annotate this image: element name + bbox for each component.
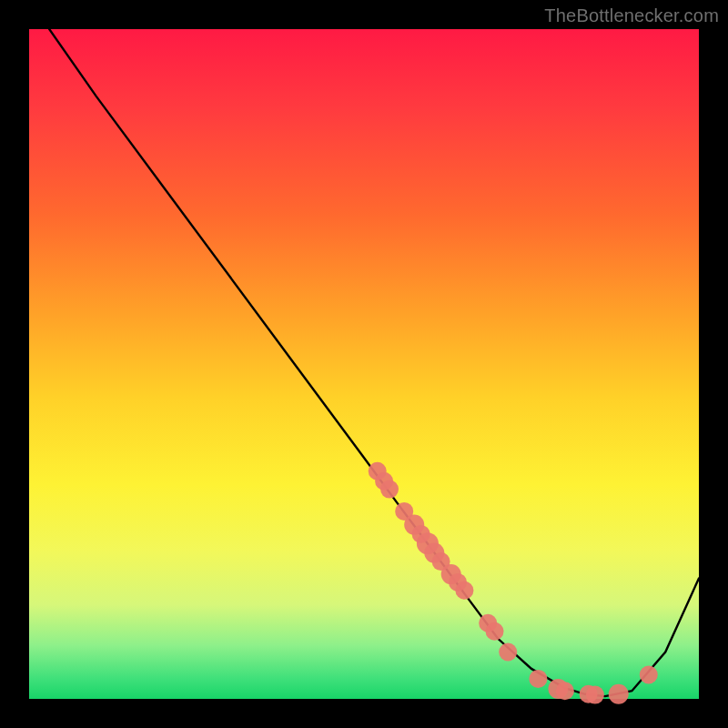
data-point: [640, 666, 658, 684]
watermark-label: TheBottlenecker.com: [544, 5, 719, 26]
data-point: [529, 670, 547, 688]
data-point: [556, 682, 574, 700]
data-point: [455, 581, 473, 600]
bottleneck-curve: [29, 0, 699, 696]
data-point: [380, 480, 399, 499]
chart-svg: [29, 29, 699, 699]
data-point: [609, 684, 629, 704]
chart-frame: TheBottlenecker.com: [0, 0, 728, 728]
data-point: [586, 686, 604, 704]
plot-area: [29, 29, 699, 699]
data-point: [486, 622, 504, 641]
data-point: [499, 643, 517, 662]
data-points-group: [369, 462, 658, 704]
